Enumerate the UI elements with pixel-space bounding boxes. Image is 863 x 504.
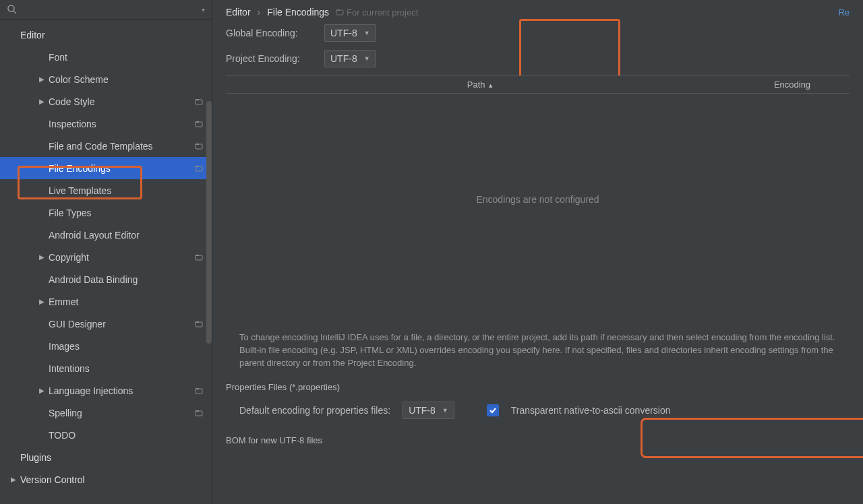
- sidebar-item-plugins[interactable]: Plugins: [0, 446, 212, 468]
- chevron-down-icon: ▼: [442, 407, 448, 414]
- project-encoding-label: Project Encoding:: [226, 53, 314, 64]
- sidebar-item-label: Live Templates: [49, 185, 204, 196]
- svg-rect-2: [196, 100, 202, 104]
- global-encoding-row: Global Encoding: UTF-8 ▼: [212, 20, 863, 46]
- table-empty-text: Encodings are not configured: [476, 194, 599, 205]
- sidebar-item-font[interactable]: Font: [0, 46, 212, 68]
- sidebar-item-language-injections[interactable]: ▶Language Injections: [0, 379, 212, 402]
- svg-rect-12: [196, 322, 202, 327]
- chevron-down-icon: ▼: [364, 30, 370, 36]
- encoding-column-header[interactable]: Encoding: [735, 80, 850, 90]
- sidebar-item-label: Inspections: [49, 119, 194, 129]
- sidebar-item-live-templates[interactable]: Live Templates: [0, 179, 212, 201]
- sidebar-item-label: TODO: [49, 430, 204, 441]
- search-icon: [7, 4, 18, 15]
- sidebar-item-inspections[interactable]: Inspections: [0, 113, 212, 135]
- settings-tree: EditorFont▶Color Scheme▶Code StyleInspec…: [0, 20, 212, 504]
- sidebar-item-images[interactable]: Images: [0, 335, 212, 357]
- svg-rect-16: [196, 411, 202, 416]
- sidebar-item-label: Font: [49, 52, 204, 63]
- global-encoding-value: UTF-8: [330, 28, 357, 38]
- svg-rect-14: [196, 389, 202, 393]
- search-row: ▾: [0, 0, 212, 20]
- transparent-ascii-label[interactable]: Transparent native-to-ascii conversion: [511, 405, 671, 416]
- sidebar-item-emmet[interactable]: ▶Emmet: [0, 290, 212, 313]
- project-scope-icon: [194, 408, 204, 418]
- project-scope-icon: [194, 141, 204, 151]
- expander-icon[interactable]: ▶: [35, 98, 49, 105]
- svg-rect-18: [336, 10, 343, 15]
- expander-icon[interactable]: ▶: [35, 253, 49, 261]
- table-header: Path ▲ Encoding: [226, 76, 850, 94]
- search-input[interactable]: [22, 4, 202, 15]
- sidebar-item-android-layout-editor[interactable]: Android Layout Editor: [0, 224, 212, 246]
- svg-rect-17: [196, 410, 199, 412]
- sidebar-item-label: Intentions: [49, 363, 204, 374]
- sidebar-item-label: Android Data Binding: [49, 274, 204, 285]
- svg-rect-7: [196, 144, 199, 145]
- sidebar-item-label: Emmet: [49, 296, 204, 307]
- sidebar-item-label: Code Style: [49, 96, 194, 107]
- sidebar-item-spelling[interactable]: Spelling: [0, 402, 212, 424]
- sidebar-item-version-control[interactable]: ▶Version Control: [0, 468, 212, 491]
- sidebar-item-label: File Types: [49, 208, 204, 218]
- sidebar-item-file-and-code-templates[interactable]: File and Code Templates: [0, 135, 212, 157]
- properties-row: Default encoding for properties files: U…: [212, 395, 863, 426]
- settings-main: Editor › File Encodings For current proj…: [212, 0, 863, 504]
- svg-rect-19: [336, 9, 340, 11]
- encoding-table: Path ▲ Encoding Encodings are not config…: [226, 75, 850, 325]
- project-scope-icon: [194, 164, 204, 173]
- breadcrumb-parent[interactable]: Editor: [226, 7, 251, 18]
- sidebar-item-color-scheme[interactable]: ▶Color Scheme: [0, 68, 212, 90]
- reset-link[interactable]: Re: [838, 7, 850, 18]
- sidebar-item-label: Spelling: [49, 408, 194, 418]
- sidebar-item-label: Version Control: [20, 474, 204, 485]
- path-column-header[interactable]: Path ▲: [226, 80, 735, 90]
- sidebar-item-gui-designer[interactable]: GUI Designer: [0, 313, 212, 335]
- sidebar-item-file-encodings[interactable]: File Encodings: [0, 157, 212, 179]
- dropdown-caret-icon[interactable]: ▾: [202, 6, 205, 13]
- sidebar-item-android-data-binding[interactable]: Android Data Binding: [0, 268, 212, 290]
- expander-icon[interactable]: ▶: [35, 75, 49, 83]
- scope-hint: For current project: [336, 7, 418, 18]
- svg-rect-9: [196, 166, 199, 167]
- sidebar-item-code-style[interactable]: ▶Code Style: [0, 90, 212, 113]
- breadcrumb: Editor › File Encodings For current proj…: [212, 0, 863, 20]
- project-scope-icon: [194, 386, 204, 396]
- svg-rect-11: [196, 255, 199, 256]
- properties-encoding-select[interactable]: UTF-8 ▼: [403, 402, 454, 419]
- sidebar-item-intentions[interactable]: Intentions: [0, 357, 212, 379]
- breadcrumb-separator: ›: [258, 7, 261, 18]
- svg-rect-15: [196, 388, 199, 389]
- project-encoding-row: Project Encoding: UTF-8 ▼: [212, 46, 863, 71]
- expander-icon[interactable]: ▶: [35, 298, 49, 305]
- expander-icon[interactable]: ▶: [35, 387, 49, 394]
- sidebar-item-label: Plugins: [20, 452, 204, 463]
- project-icon: [336, 8, 344, 16]
- svg-rect-6: [196, 144, 202, 149]
- sidebar-item-editor[interactable]: Editor: [0, 24, 212, 46]
- transparent-ascii-checkbox[interactable]: [487, 404, 499, 416]
- svg-rect-5: [196, 121, 199, 123]
- global-encoding-label: Global Encoding:: [226, 28, 314, 38]
- svg-rect-13: [196, 321, 199, 323]
- scrollbar[interactable]: [206, 101, 212, 344]
- svg-rect-10: [196, 255, 202, 260]
- project-scope-icon: [194, 97, 204, 106]
- sidebar-item-copyright[interactable]: ▶Copyright: [0, 246, 212, 268]
- svg-point-0: [8, 5, 14, 11]
- sidebar-item-label: Android Layout Editor: [49, 230, 204, 241]
- expander-icon[interactable]: ▶: [7, 476, 20, 483]
- sidebar-item-label: File and Code Templates: [49, 141, 194, 152]
- sidebar-item-file-types[interactable]: File Types: [0, 201, 212, 224]
- project-scope-icon: [194, 119, 204, 129]
- sidebar-item-todo[interactable]: TODO: [0, 424, 212, 446]
- sidebar-item-label: Color Scheme: [49, 74, 204, 85]
- chevron-down-icon: ▼: [364, 55, 370, 62]
- properties-encoding-label: Default encoding for properties files:: [239, 405, 390, 416]
- properties-section-title: Properties Files (*.properties): [212, 370, 863, 395]
- project-encoding-select[interactable]: UTF-8 ▼: [324, 50, 376, 67]
- project-scope-icon: [194, 253, 204, 262]
- sidebar-item-label: GUI Designer: [49, 319, 194, 329]
- global-encoding-select[interactable]: UTF-8 ▼: [324, 24, 376, 42]
